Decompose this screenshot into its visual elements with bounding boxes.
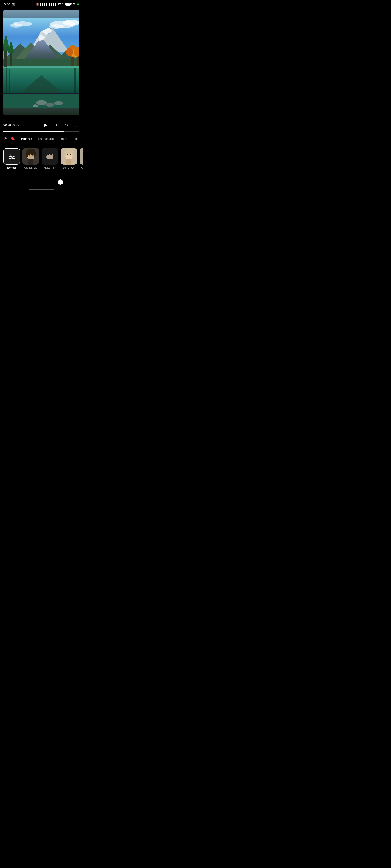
filter-matte-high-image bbox=[41, 148, 58, 165]
filter-matte-high-label: Matte High bbox=[44, 166, 56, 169]
svg-rect-78 bbox=[80, 148, 83, 165]
mute-icon: 🔕 bbox=[36, 3, 39, 6]
total-time: 00:10 bbox=[12, 123, 19, 126]
playback-controls: ▶ ↩ ↪ ⛶ bbox=[41, 120, 79, 129]
svg-rect-23 bbox=[9, 69, 10, 92]
svg-point-50 bbox=[10, 158, 12, 159]
battery-container: 92% bbox=[65, 3, 76, 6]
filter-normal-icon bbox=[4, 149, 20, 164]
home-indicator bbox=[0, 188, 83, 193]
filter-garden-glo-image bbox=[23, 148, 39, 165]
time-display: 6:30 bbox=[4, 2, 10, 6]
progress-fill bbox=[3, 131, 64, 132]
battery-icon bbox=[65, 3, 70, 5]
filter-soft-brown-label: Soft Brown bbox=[63, 166, 75, 169]
slider-thumb[interactable] bbox=[58, 180, 63, 185]
filter-grey-brown-label: Grey Brown bbox=[81, 166, 83, 169]
tab-film[interactable]: Film bbox=[70, 136, 82, 143]
filter-garden-glo-thumb bbox=[23, 148, 39, 165]
svg-rect-36 bbox=[10, 52, 12, 66]
landscape-image bbox=[3, 9, 79, 116]
progress-bar-area[interactable] bbox=[0, 131, 83, 133]
redo-button[interactable]: ↪ bbox=[64, 121, 69, 128]
filter-tabs: ⊘ 🔖 Portrait Landscape Retro Film ✕ bbox=[0, 133, 83, 144]
svg-rect-44 bbox=[3, 108, 79, 116]
svg-point-4 bbox=[49, 24, 64, 29]
fullscreen-button[interactable]: ⛶ bbox=[74, 122, 79, 128]
filter-garden-glo[interactable]: Garden Glo bbox=[23, 148, 39, 169]
strength-slider[interactable] bbox=[3, 177, 79, 181]
filter-soft-brown-image bbox=[61, 148, 77, 165]
svg-point-48 bbox=[12, 156, 13, 157]
progress-bar[interactable] bbox=[3, 131, 79, 132]
signal-icon-2: ▌▌▌▌ bbox=[49, 3, 57, 6]
battery-fill bbox=[66, 3, 69, 5]
slider-fill bbox=[3, 179, 60, 180]
status-bar: 6:30 📷 🔕 ▌▌▌▌ ▌▌▌▌ WiFi 92% bbox=[0, 0, 83, 7]
time-display: 00:08/00:10 bbox=[3, 123, 19, 126]
svg-rect-0 bbox=[3, 9, 79, 18]
filter-grey-brown-thumb bbox=[80, 148, 83, 165]
battery-percent: 92% bbox=[71, 3, 76, 6]
no-filter-button[interactable]: ⊘ bbox=[3, 135, 7, 144]
svg-rect-42 bbox=[77, 55, 79, 66]
svg-point-41 bbox=[66, 48, 73, 56]
filter-grey-brown[interactable]: Grey Brown bbox=[80, 148, 83, 169]
filter-normal[interactable]: Normal bbox=[3, 148, 20, 169]
filter-category-tabs: Portrait Landscape Retro Film bbox=[18, 136, 83, 143]
filter-normal-thumb bbox=[3, 148, 20, 165]
green-dot-indicator bbox=[77, 3, 79, 5]
svg-rect-33 bbox=[4, 50, 7, 67]
status-left: 6:30 📷 bbox=[4, 2, 16, 6]
wifi-icon: WiFi bbox=[58, 3, 64, 6]
svg-point-76 bbox=[64, 151, 66, 157]
camera-icon: 📷 bbox=[11, 2, 16, 6]
svg-rect-24 bbox=[74, 68, 76, 93]
svg-point-31 bbox=[33, 104, 38, 107]
svg-point-58 bbox=[26, 151, 28, 157]
home-bar bbox=[29, 189, 54, 190]
tab-portrait[interactable]: Portrait bbox=[18, 136, 35, 143]
video-player[interactable] bbox=[3, 9, 79, 116]
filter-matte-high-thumb bbox=[41, 148, 58, 165]
svg-point-3 bbox=[63, 20, 79, 26]
bookmark-button[interactable]: 🔖 bbox=[10, 135, 16, 144]
signal-icon: ▌▌▌▌ bbox=[40, 3, 48, 6]
filter-normal-label: Normal bbox=[7, 166, 16, 169]
filter-soft-brown[interactable]: Soft Brown bbox=[61, 148, 77, 169]
filter-matte-high[interactable]: Matte High bbox=[41, 148, 58, 169]
filter-presets: Normal Garden Glo bbox=[0, 144, 83, 173]
svg-point-30 bbox=[46, 103, 54, 107]
svg-rect-22 bbox=[5, 68, 7, 93]
svg-rect-74 bbox=[66, 159, 71, 165]
undo-button[interactable]: ↩ bbox=[55, 121, 60, 128]
tab-landscape[interactable]: Landscape bbox=[35, 136, 57, 143]
play-button[interactable]: ▶ bbox=[41, 120, 51, 129]
current-time: 00:08 bbox=[3, 123, 11, 126]
svg-point-29 bbox=[36, 100, 47, 105]
playback-area: 00:08/00:10 ▶ ↩ ↪ ⛶ bbox=[0, 118, 83, 131]
slider-track bbox=[3, 179, 79, 180]
svg-point-68 bbox=[53, 151, 55, 157]
svg-point-46 bbox=[10, 154, 11, 156]
svg-point-59 bbox=[33, 151, 36, 157]
svg-rect-65 bbox=[47, 159, 52, 165]
svg-point-67 bbox=[44, 151, 47, 157]
svg-point-32 bbox=[54, 101, 63, 105]
slider-container bbox=[0, 173, 83, 188]
svg-rect-18 bbox=[3, 59, 79, 66]
filter-grey-brown-image bbox=[80, 148, 83, 165]
status-right: 🔕 ▌▌▌▌ ▌▌▌▌ WiFi 92% bbox=[36, 3, 79, 6]
filter-garden-glo-label: Garden Glo bbox=[24, 166, 37, 169]
svg-point-6 bbox=[13, 22, 32, 27]
svg-rect-56 bbox=[28, 159, 33, 165]
svg-point-77 bbox=[72, 151, 74, 157]
svg-rect-20 bbox=[3, 66, 79, 68]
filter-soft-brown-thumb bbox=[61, 148, 77, 165]
tab-retro[interactable]: Retro bbox=[57, 136, 70, 143]
